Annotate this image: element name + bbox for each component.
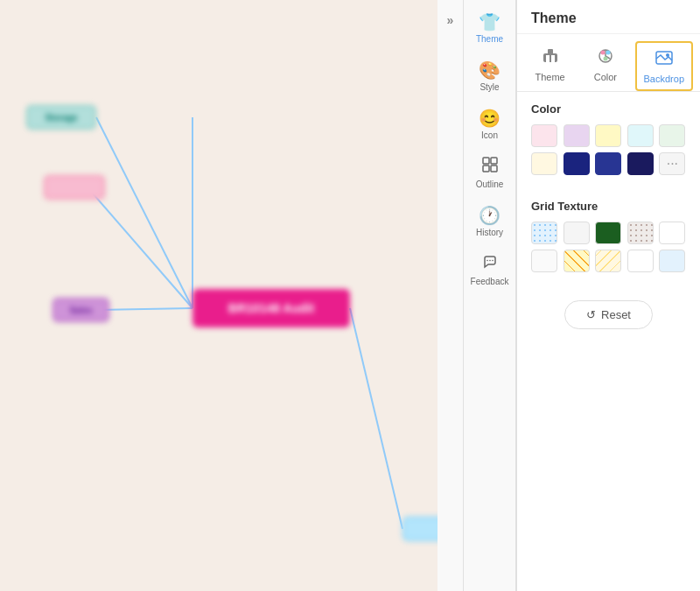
sidebar-item-icon-label: Icon (481, 130, 498, 140)
tab-backdrop-icon (654, 48, 674, 72)
svg-point-21 (666, 53, 669, 57)
texture-dots-blue[interactable] (531, 222, 557, 244)
svg-point-11 (492, 260, 494, 262)
swatch-dark-navy[interactable] (564, 152, 590, 175)
swatch-deep-navy[interactable] (627, 152, 654, 175)
sidebar-item-style[interactable]: 🎨 Style (466, 53, 514, 99)
sidebar-item-icon[interactable]: 😊 Icon (466, 101, 514, 147)
svg-rect-15 (551, 55, 555, 62)
theme-icon: 👕 (479, 11, 500, 32)
sidebar-item-theme[interactable]: 👕 Theme (466, 4, 514, 51)
texture-plain-gray[interactable] (564, 222, 590, 244)
swatch-cream[interactable] (531, 152, 557, 175)
svg-point-9 (486, 260, 488, 262)
tab-theme-icon (541, 46, 560, 70)
swatch-pink-light[interactable] (531, 124, 557, 147)
svg-line-3 (350, 308, 402, 529)
swatch-more[interactable]: ··· (659, 152, 685, 175)
tab-backdrop-label: Backdrop (644, 74, 684, 84)
swatch-cyan-light[interactable] (627, 124, 654, 147)
sidebar-item-history-label: History (476, 228, 503, 237)
icon-icon: 😊 (479, 108, 500, 129)
tool-sidebar: 👕 Theme 🎨 Style 😊 Icon Outline 🕐 History (464, 0, 516, 591)
svg-rect-14 (546, 55, 550, 62)
panel-tabs: Theme Color Back (517, 34, 700, 92)
panel-title: Theme (517, 0, 700, 34)
right-panel: Theme Theme (516, 0, 700, 591)
swatch-yellow-light[interactable] (595, 124, 621, 147)
node-storage[interactable]: Storage (26, 105, 96, 130)
sidebar-item-outline-label: Outline (476, 179, 504, 189)
texture-plain-white2[interactable] (531, 250, 557, 272)
svg-rect-8 (491, 165, 497, 172)
color-section-title: Color (531, 102, 686, 116)
texture-diagonal-yellow[interactable] (564, 250, 590, 272)
svg-rect-5 (483, 158, 489, 164)
swatch-dark-blue[interactable] (595, 152, 621, 175)
svg-rect-7 (483, 165, 489, 172)
svg-rect-6 (491, 158, 497, 164)
texture-white-plain[interactable] (659, 222, 685, 244)
reset-label: Reset (601, 308, 631, 321)
style-icon: 🎨 (479, 60, 500, 81)
sidebar-item-theme-label: Theme (476, 34, 503, 44)
texture-diagonal2[interactable] (595, 250, 621, 272)
color-swatches: ··· (531, 124, 686, 175)
collapse-button[interactable]: » (438, 0, 464, 591)
svg-point-17 (600, 51, 605, 55)
chevron-right-icon: » (447, 13, 454, 27)
node-2[interactable] (44, 175, 105, 200)
node-sales[interactable]: Sales (52, 298, 109, 322)
history-icon: 🕐 (479, 205, 500, 226)
svg-line-2 (96, 308, 192, 310)
svg-point-19 (603, 57, 607, 61)
texture-light-blue[interactable] (659, 250, 685, 272)
swatch-lavender[interactable] (564, 124, 590, 147)
texture-swatches (531, 222, 686, 272)
color-section: Color ··· (517, 92, 700, 189)
tab-theme-label: Theme (536, 72, 565, 82)
sidebar-item-style-label: Style (480, 82, 499, 92)
outline-icon (481, 156, 499, 178)
texture-dark-green[interactable] (595, 222, 621, 244)
swatch-green-light[interactable] (659, 124, 685, 147)
canvas-area: BR10148 Audit Storage Sales (0, 0, 438, 591)
texture-tan-dots[interactable] (627, 222, 654, 244)
feedback-icon (481, 253, 499, 275)
reset-icon: ↺ (586, 308, 596, 321)
svg-rect-13 (548, 49, 553, 55)
node-right1[interactable] (402, 517, 438, 541)
sidebar-item-history[interactable]: 🕐 History (466, 198, 514, 244)
sidebar-item-feedback-label: Feedback (471, 277, 509, 286)
reset-button[interactable]: ↺ Reset (564, 300, 653, 329)
tab-color-label: Color (594, 72, 617, 82)
tab-theme[interactable]: Theme (524, 41, 576, 91)
grid-texture-title: Grid Texture (531, 200, 686, 213)
sidebar-item-feedback[interactable]: Feedback (466, 246, 514, 293)
grid-texture-section: Grid Texture (517, 189, 700, 279)
tab-backdrop[interactable]: Backdrop (635, 41, 693, 91)
sidebar-item-outline[interactable]: Outline (466, 149, 514, 196)
svg-point-18 (606, 51, 610, 55)
tab-color-icon (596, 46, 615, 70)
texture-white2[interactable] (627, 250, 654, 272)
tab-color[interactable]: Color (579, 41, 631, 91)
svg-point-10 (489, 260, 491, 262)
central-node[interactable]: BR10148 Audit (192, 289, 350, 327)
